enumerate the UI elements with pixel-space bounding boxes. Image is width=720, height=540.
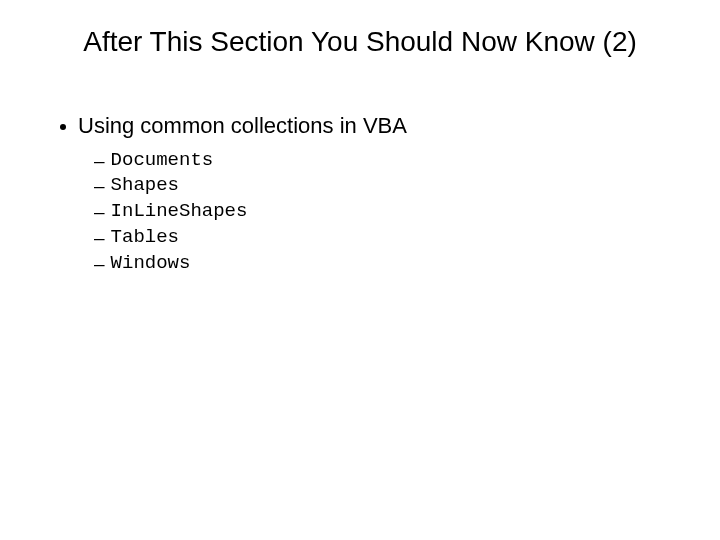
list-item: – Windows [94, 252, 660, 276]
dash-icon: – [94, 226, 105, 250]
sub-bullet-text: Documents [111, 149, 214, 173]
bullet-text: Using common collections in VBA [78, 112, 407, 141]
bullet-item: Using common collections in VBA [60, 112, 660, 141]
slide: After This Section You Should Now Know (… [0, 0, 720, 540]
bullet-icon [60, 124, 66, 130]
dash-icon: – [94, 149, 105, 173]
dash-icon: – [94, 200, 105, 224]
sub-bullet-list: – Documents – Shapes – InLineShapes – Ta… [94, 149, 660, 276]
sub-bullet-text: Shapes [111, 174, 179, 198]
list-item: – Documents [94, 149, 660, 173]
sub-bullet-text: Tables [111, 226, 179, 250]
list-item: – InLineShapes [94, 200, 660, 224]
sub-bullet-text: InLineShapes [111, 200, 248, 224]
sub-bullet-text: Windows [111, 252, 191, 276]
dash-icon: – [94, 252, 105, 276]
list-item: – Shapes [94, 174, 660, 198]
slide-title: After This Section You Should Now Know (… [0, 26, 720, 58]
slide-body: Using common collections in VBA – Docume… [60, 112, 660, 277]
dash-icon: – [94, 174, 105, 198]
list-item: – Tables [94, 226, 660, 250]
